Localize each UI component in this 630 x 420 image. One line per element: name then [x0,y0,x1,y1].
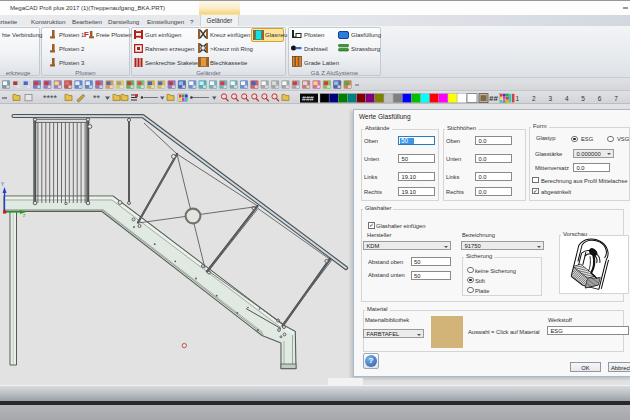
svg-text:1: 1 [516,95,520,102]
svg-text:6: 6 [598,95,602,102]
svg-text:2: 2 [532,95,536,102]
svg-text:7: 7 [614,95,618,102]
svg-text:z: z [23,213,26,218]
svg-text:5: 5 [581,95,585,102]
svg-text:****: **** [43,93,58,103]
svg-text:F: F [84,30,89,39]
svg-text:##: ## [489,94,498,103]
svg-text:3: 3 [548,95,552,102]
svg-text:4: 4 [565,95,569,102]
svg-text:###: ### [302,95,314,102]
svg-text:**: ** [93,93,101,103]
svg-text:Y: Y [1,182,4,187]
